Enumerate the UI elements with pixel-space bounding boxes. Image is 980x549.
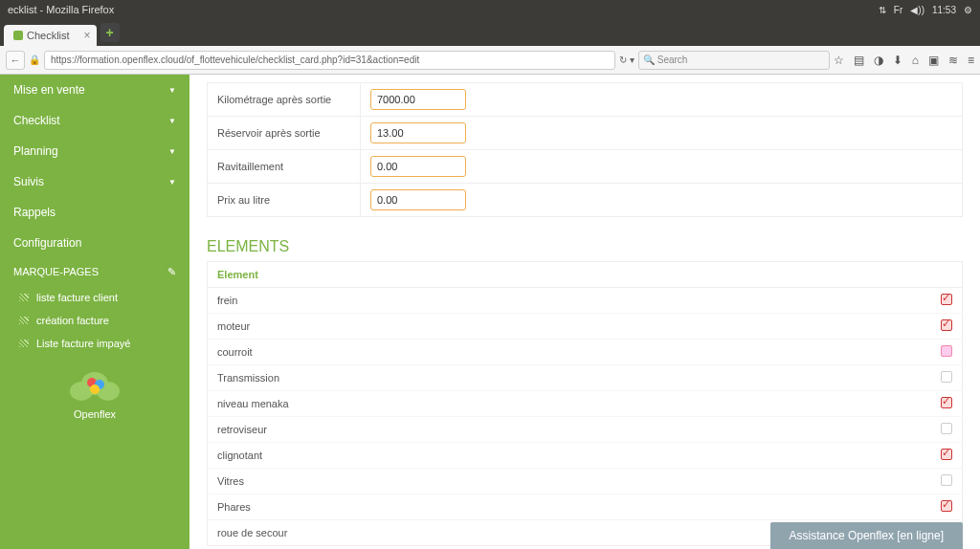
svg-point-5 xyxy=(90,384,100,394)
element-checkbox[interactable] xyxy=(941,345,952,357)
tab-label: Checklist xyxy=(27,30,70,41)
lock-icon: 🔒 xyxy=(29,55,40,65)
url-input[interactable] xyxy=(44,51,615,70)
browser-tabbar: Checklist × + xyxy=(0,19,980,46)
home-icon[interactable]: ⌂ xyxy=(912,54,919,67)
element-name: niveau menaka xyxy=(208,391,924,417)
pin-icon[interactable]: ✎ xyxy=(167,266,176,278)
bookmark-2[interactable]: Liste facture impayé xyxy=(0,332,189,355)
sidebar-item-2[interactable]: Planning▼ xyxy=(0,136,189,166)
bookmark-0[interactable]: liste facture client xyxy=(0,286,189,309)
sidebar-item-1[interactable]: Checklist▼ xyxy=(0,105,189,136)
bookmark-1[interactable]: création facture xyxy=(0,309,189,332)
chevron-down-icon: ▼ xyxy=(168,117,176,125)
feed-icon[interactable]: ≋ xyxy=(948,54,958,67)
element-row: niveau menaka xyxy=(208,391,963,417)
net-icon: ⇅ xyxy=(879,5,886,15)
main-content: Kilométrage après sortieRéservoir après … xyxy=(189,75,980,549)
window-titlebar: ecklist - Mozilla Firefox ⇅ Fr ◀)) 11:53… xyxy=(0,0,980,19)
element-name: moteur xyxy=(208,314,924,340)
sidebar-item-3[interactable]: Suivis▼ xyxy=(0,166,189,197)
search-box[interactable]: 🔍 Search xyxy=(638,51,830,70)
app-sidebar: Mise en vente▼Checklist▼Planning▼Suivis▼… xyxy=(0,75,189,549)
browser-toolbar: ← 🔒 ↻ ▾ 🔍 Search ☆ ▤ ◑ ⬇ ⌂ ▣ ≋ ≡ xyxy=(0,46,980,75)
elements-header: Element xyxy=(208,262,924,288)
refresh-icon[interactable]: ↻ ▾ xyxy=(619,55,635,65)
elements-table: Element freinmoteurcourroitTransmissionn… xyxy=(207,261,963,546)
element-name: Vitres xyxy=(208,469,924,494)
form-label-2: Ravitaillement xyxy=(208,150,361,184)
element-checkbox[interactable] xyxy=(941,397,952,408)
form-input-3[interactable] xyxy=(370,189,466,210)
element-row: courroit xyxy=(208,340,963,365)
element-checkbox[interactable] xyxy=(941,474,952,486)
form-label-0: Kilométrage après sortie xyxy=(208,83,361,117)
element-row: Phares xyxy=(208,494,963,520)
pocket-icon[interactable]: ◑ xyxy=(874,54,883,67)
tab-favicon xyxy=(13,31,23,40)
element-checkbox[interactable] xyxy=(941,319,952,331)
element-row: Vitres xyxy=(208,469,963,494)
form-table: Kilométrage après sortieRéservoir après … xyxy=(207,82,963,217)
sidebar-item-4[interactable]: Rappels xyxy=(0,197,189,228)
bookmarks-header: MARQUE-PAGES ✎ xyxy=(0,258,189,286)
element-name: retroviseur xyxy=(208,417,924,443)
close-icon[interactable]: × xyxy=(84,29,91,42)
sidebar-item-0[interactable]: Mise en vente▼ xyxy=(0,75,189,105)
search-placeholder: Search xyxy=(657,55,688,65)
elements-title: ELEMENTS xyxy=(207,238,963,255)
list-icon[interactable]: ▤ xyxy=(854,54,864,67)
form-input-0[interactable] xyxy=(370,89,466,110)
download-icon[interactable]: ⬇ xyxy=(893,54,902,67)
menu-icon[interactable]: ≡ xyxy=(968,54,974,67)
element-checkbox[interactable] xyxy=(941,423,952,434)
window-title: ecklist - Mozilla Firefox xyxy=(8,4,114,15)
element-row: moteur xyxy=(208,314,963,340)
element-name: Transmission xyxy=(208,365,924,391)
form-input-1[interactable] xyxy=(370,122,466,143)
element-name: frein xyxy=(208,288,924,314)
element-row: Transmission xyxy=(208,365,963,391)
form-label-3: Prix au litre xyxy=(208,184,361,217)
search-icon: 🔍 xyxy=(643,55,655,65)
form-label-1: Réservoir après sortie xyxy=(208,117,361,150)
chevron-down-icon: ▼ xyxy=(168,147,176,156)
logo-text: Openflex xyxy=(0,408,189,420)
sidebar-item-5[interactable]: Configuration xyxy=(0,228,189,258)
element-checkbox[interactable] xyxy=(941,294,952,305)
sidebar-icon[interactable]: ▣ xyxy=(928,54,939,67)
element-row: frein xyxy=(208,288,963,314)
star-icon[interactable]: ☆ xyxy=(834,54,844,67)
browser-tab[interactable]: Checklist × xyxy=(4,25,97,46)
element-checkbox[interactable] xyxy=(941,449,952,460)
chevron-down-icon: ▼ xyxy=(168,86,176,95)
element-name: clignotant xyxy=(208,443,924,469)
lang-indicator: Fr xyxy=(894,5,902,15)
sound-icon: ◀)) xyxy=(910,5,924,15)
new-tab-button[interactable]: + xyxy=(100,23,120,42)
element-checkbox[interactable] xyxy=(941,371,952,383)
back-button[interactable]: ← xyxy=(6,51,25,70)
chevron-down-icon: ▼ xyxy=(168,178,176,187)
logo: Openflex xyxy=(0,355,189,433)
form-input-2[interactable] xyxy=(370,156,466,177)
clock: 11:53 xyxy=(932,5,956,15)
element-checkbox[interactable] xyxy=(941,500,952,512)
element-row: clignotant xyxy=(208,443,963,469)
assistance-widget[interactable]: Assistance Openflex [en ligne] xyxy=(770,522,963,549)
element-row: retroviseur xyxy=(208,417,963,443)
element-name: Phares xyxy=(208,494,924,520)
settings-icon: ⚙ xyxy=(964,5,972,15)
logo-icon xyxy=(68,368,122,405)
element-name: courroit xyxy=(208,340,924,365)
